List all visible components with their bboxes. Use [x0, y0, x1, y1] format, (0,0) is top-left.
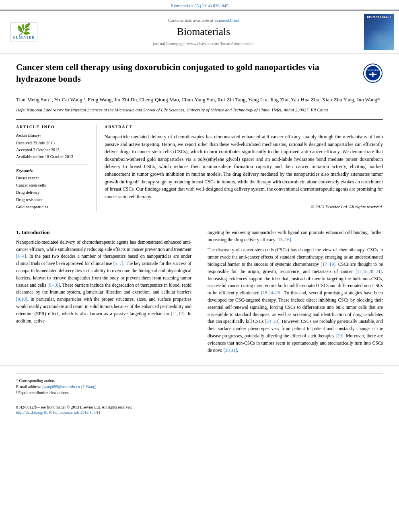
accepted-date: Accepted 2 October 2013 — [16, 147, 88, 154]
elsevier-name: ELSEVIER — [13, 35, 35, 39]
footer-divider-2 — [16, 400, 383, 400]
ref-29[interactable]: [29] — [336, 333, 343, 338]
elsevier-tree-icon: 🌿 — [13, 24, 35, 35]
ref-30-31[interactable]: [30,31] — [224, 348, 237, 353]
intro-heading: 1. Introduction — [16, 229, 191, 236]
page-wrapper: Biomaterials 35 (2014) 836–845 🌿 ELSEVIE… — [0, 0, 399, 532]
title-row: Cancer stem cell therapy using doxorubic… — [16, 62, 383, 90]
intro-right-p1: targeting by endowing nanoparticles with… — [208, 229, 383, 244]
publisher-logo-area: 🌿 ELSEVIER — [0, 10, 48, 53]
footnote-email-value[interactable]: jwang699@ustc.edu.cn (J. Wang). — [42, 384, 97, 389]
journal-cover-area: Biomaterials — [359, 10, 399, 53]
available-date: Available online 18 October 2013 — [16, 154, 88, 160]
journal-title-area: Contents lists available at ScienceDirec… — [48, 10, 359, 53]
ref-24-28[interactable]: [24–28] — [265, 319, 279, 324]
cover-texture-decoration — [364, 28, 394, 50]
info-abstract-section: ARTICLE INFO Article history: Received 2… — [16, 119, 383, 211]
copyright-text: © 2013 Elsevier Ltd. All rights reserved… — [105, 204, 383, 209]
authors: Tian-Meng Sun ¹, Yu-Cai Wang ¹, Feng Wan… — [16, 96, 383, 104]
sciencedirect-link[interactable]: ScienceDirect — [214, 18, 239, 23]
ref-18-26[interactable]: [18,24–26] — [261, 290, 282, 295]
journal-title: Biomaterials — [177, 26, 230, 38]
journal-cover: Biomaterials — [364, 14, 394, 50]
footer-divider — [16, 373, 383, 374]
ref-11-12[interactable]: [11,12] — [171, 311, 184, 316]
article-content: Cancer stem cell therapy using doxorubic… — [0, 53, 399, 225]
footnote-corresponding: * Corresponding author. — [16, 378, 383, 384]
abstract-text: Nanoparticle-mediated delivery of chemot… — [105, 133, 383, 200]
affiliation: Hefei National Laboratory for Physical S… — [16, 107, 383, 113]
article-info-column: ARTICLE INFO Article history: Received 2… — [16, 125, 97, 211]
footnote-email: E-mail address: jwang699@ustc.edu.cn (J.… — [16, 384, 383, 390]
footnote-equal: ¹ Equal contribution first authors. — [16, 390, 383, 396]
keyword-4: Drug resistance — [16, 196, 88, 203]
elsevier-logo-box: 🌿 ELSEVIER — [10, 22, 38, 41]
journal-homepage: journal homepage: www.elsevier.com/locat… — [153, 41, 255, 46]
ref-5-7[interactable]: [5–7] — [113, 261, 123, 266]
abstract-column: ABSTRACT Nanoparticle-mediated delivery … — [97, 125, 383, 211]
contents-label: Contents lists available at ScienceDirec… — [168, 18, 239, 23]
article-title: Cancer stem cell therapy using doxorubic… — [16, 62, 330, 84]
right-column: targeting by endowing nanoparticles with… — [204, 229, 383, 357]
footer-section: * Corresponding author. E-mail address: … — [0, 366, 399, 418]
footnote-email-label: E-mail address: — [16, 384, 41, 389]
journal-citation-bar: Biomaterials 35 (2014) 836–845 — [0, 0, 399, 10]
intro-right-p2: The discovery of cancer stem cells (CSCs… — [208, 246, 383, 354]
keyword-1: Breast cancer — [16, 175, 88, 182]
ref-1-4[interactable]: [1–4] — [16, 254, 26, 259]
keyword-2: Cancer stem cells — [16, 182, 88, 189]
abstract-label: ABSTRACT — [105, 125, 383, 129]
ref-17-19[interactable]: [17–19] — [321, 262, 335, 267]
ref-9-10[interactable]: [9,10] — [16, 297, 27, 302]
keywords-label: Keywords: — [16, 168, 88, 173]
keyword-3: Drug delivery — [16, 189, 88, 196]
history-label: Article history: — [16, 133, 88, 138]
article-info-label: ARTICLE INFO — [16, 125, 88, 129]
divider — [16, 164, 88, 164]
cover-title-text: Biomaterials — [367, 15, 391, 18]
crossmark-icon[interactable]: CrossMark — [363, 63, 383, 83]
ref-17-24[interactable]: [17,18,20–24] — [356, 269, 382, 274]
svg-text:CrossMark: CrossMark — [366, 69, 380, 72]
footer-issn: 0142-9612/$ – see front matter © 2013 El… — [16, 404, 383, 410]
journal-header: 🌿 ELSEVIER Contents lists available at S… — [0, 10, 399, 53]
left-column: 1. Introduction Nanoparticle-mediated de… — [16, 229, 195, 357]
ref-8-10[interactable]: [8–10] — [47, 283, 60, 288]
ref-13-16[interactable]: [13–16] — [276, 237, 291, 242]
journal-citation: Biomaterials 35 (2014) 836–845 — [171, 3, 228, 8]
intro-left-p1: Nanoparticle-mediated delivery of chemot… — [16, 239, 191, 325]
keyword-5: Gold nanoparticles — [16, 203, 88, 211]
main-body: 1. Introduction Nanoparticle-mediated de… — [0, 229, 399, 357]
footer-doi[interactable]: http://dx.doi.org/10.1016/j.biomaterials… — [16, 410, 383, 415]
received-date: Received 29 July 2013 — [16, 140, 88, 147]
